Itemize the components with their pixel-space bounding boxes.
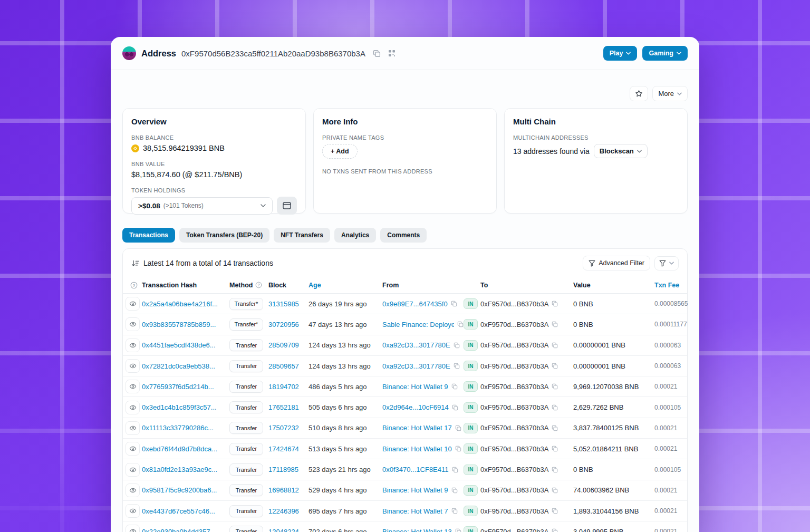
transaction-hash-link[interactable]: 0x7765937f6d5d214b... xyxy=(142,383,214,391)
play-button[interactable]: Play xyxy=(603,46,638,61)
more-button[interactable]: More xyxy=(652,86,688,101)
view-transaction-button[interactable] xyxy=(126,504,140,518)
transaction-hash-link[interactable]: 0xebd76f44d9d7b8dca... xyxy=(142,445,217,453)
transaction-hash-link[interactable]: 0x81a0fd2e13a93ae9c... xyxy=(142,466,217,473)
from-address-link[interactable]: Binance: Hot Wallet 10 xyxy=(382,445,452,453)
block-link[interactable]: 17652181 xyxy=(268,403,299,411)
cell-from: Binance: Hot Wallet 17 xyxy=(382,424,464,432)
tab[interactable]: Token Transfers (BEP-20) xyxy=(179,228,269,243)
view-transaction-button[interactable] xyxy=(126,401,140,414)
transaction-hash-link[interactable]: 0x22e930ba0b4dd357... xyxy=(142,528,216,532)
copy-icon[interactable] xyxy=(552,487,558,494)
transaction-hash-link[interactable]: 0x93b835578785b859... xyxy=(142,321,216,328)
view-transaction-button[interactable] xyxy=(126,525,140,532)
add-name-tag-button[interactable]: + Add xyxy=(322,144,358,159)
favorite-star-button[interactable] xyxy=(630,86,648,101)
gaming-button[interactable]: Gaming xyxy=(642,46,688,61)
from-address-link[interactable]: 0x0f3470...1CF8E411 xyxy=(382,466,449,473)
copy-icon[interactable] xyxy=(455,528,461,532)
copy-icon[interactable] xyxy=(552,363,558,369)
from-address-link[interactable]: Binance: Hot Wallet 13 xyxy=(382,528,452,532)
from-address-link[interactable]: Binance: Hot Wallet 7 xyxy=(382,507,448,515)
transaction-hash-link[interactable]: 0xe4437d67ce557c46... xyxy=(142,507,215,515)
transaction-hash-link[interactable]: 0x11113c337790286c... xyxy=(142,424,214,432)
copy-icon[interactable] xyxy=(451,301,457,307)
view-transaction-button[interactable] xyxy=(126,359,140,373)
transaction-hash-link[interactable]: 0x4451fae5cdf438de6... xyxy=(142,341,216,349)
copy-icon[interactable] xyxy=(552,425,558,431)
copy-icon[interactable] xyxy=(451,383,458,390)
from-address-link[interactable]: 0xa92cD3...3017780E xyxy=(382,341,450,349)
transaction-hash-link[interactable]: 0x72821dc0ca9eb538... xyxy=(142,362,215,370)
cell-block: 17424674 xyxy=(268,445,308,453)
view-transaction-button[interactable] xyxy=(126,483,140,497)
advanced-filter-button[interactable]: Advanced Filter xyxy=(583,256,650,270)
view-transaction-button[interactable] xyxy=(126,317,140,331)
question-circle-icon[interactable]: ? xyxy=(130,282,138,289)
block-link[interactable]: 18194702 xyxy=(268,383,299,391)
view-transaction-button[interactable] xyxy=(126,380,140,393)
copy-icon[interactable] xyxy=(455,446,461,452)
view-transaction-button[interactable] xyxy=(126,463,140,477)
copy-icon[interactable] xyxy=(552,301,558,307)
block-link[interactable]: 12246396 xyxy=(268,507,299,515)
block-link[interactable]: 16968812 xyxy=(268,486,299,494)
cell-age: 26 days 19 hrs ago xyxy=(308,300,382,308)
copy-icon[interactable] xyxy=(451,508,458,514)
wallet-button[interactable] xyxy=(277,197,297,215)
from-address-link[interactable]: Binance: Hot Wallet 9 xyxy=(382,486,448,494)
filter-dropdown-button[interactable] xyxy=(654,256,679,270)
transaction-hash-link[interactable]: 0x95817f5c9c9200ba6... xyxy=(142,486,217,494)
block-link[interactable]: 31315985 xyxy=(268,300,299,308)
copy-icon[interactable] xyxy=(454,363,460,369)
copy-icon[interactable] xyxy=(451,487,458,494)
tab[interactable]: NFT Transfers xyxy=(274,228,330,243)
copy-icon[interactable] xyxy=(552,446,558,452)
view-transaction-button[interactable] xyxy=(126,421,140,435)
copy-icon[interactable] xyxy=(552,404,558,411)
header-age-sort[interactable]: Age xyxy=(308,282,382,289)
copy-icon[interactable] xyxy=(552,342,558,349)
view-transaction-button[interactable] xyxy=(126,442,140,456)
token-holdings-select[interactable]: >$0.08 (>101 Tokens) xyxy=(131,197,273,215)
qr-code-icon[interactable] xyxy=(388,50,396,57)
copy-icon[interactable] xyxy=(552,467,558,473)
block-link[interactable]: 12048224 xyxy=(268,528,299,532)
copy-icon[interactable] xyxy=(552,383,558,390)
copy-icon[interactable] xyxy=(552,528,558,532)
block-link[interactable]: 17507232 xyxy=(268,424,299,432)
from-address-link[interactable]: Binance: Hot Wallet 17 xyxy=(382,424,452,432)
view-transaction-button[interactable] xyxy=(126,338,140,352)
tab[interactable]: Analytics xyxy=(334,228,376,243)
copy-icon[interactable] xyxy=(552,321,558,327)
copy-icon[interactable] xyxy=(457,321,464,327)
from-address-link[interactable]: Binance: Hot Wallet 9 xyxy=(382,383,448,391)
transaction-hash-link[interactable]: 0x3ed1c4b1c859f3c57... xyxy=(142,403,217,411)
from-address-link[interactable]: 0x9e89E7...647435f0 xyxy=(382,300,448,308)
copy-icon[interactable] xyxy=(552,508,558,514)
cell-block: 31315985 xyxy=(268,300,308,308)
from-address-link[interactable]: 0x2d964e...10cF6914 xyxy=(382,403,449,411)
block-link[interactable]: 17118985 xyxy=(268,466,298,473)
copy-icon[interactable] xyxy=(452,467,458,473)
block-link[interactable]: 28509657 xyxy=(268,362,299,370)
cell-direction: IN xyxy=(464,526,480,532)
block-link[interactable]: 28509709 xyxy=(268,341,299,349)
question-circle-icon[interactable]: ? xyxy=(255,282,262,288)
cell-from: 0xa92cD3...3017780E xyxy=(382,362,464,370)
block-link[interactable]: 17424674 xyxy=(268,445,299,453)
from-address-link[interactable]: 0xa92cD3...3017780E xyxy=(382,362,450,370)
blockscan-provider-button[interactable]: Blockscan xyxy=(594,144,648,158)
view-transaction-button[interactable] xyxy=(126,297,140,311)
transaction-hash-link[interactable]: 0x2a5a4a06bae4a216f... xyxy=(142,300,218,308)
tab[interactable]: Transactions xyxy=(122,228,175,243)
copy-address-icon[interactable] xyxy=(373,50,381,57)
copy-icon[interactable] xyxy=(452,404,458,411)
tab[interactable]: Comments xyxy=(380,228,427,243)
copy-icon[interactable] xyxy=(454,342,460,349)
cell-age: 124 days 13 hrs ago xyxy=(308,362,382,370)
copy-icon[interactable] xyxy=(455,425,461,431)
block-link[interactable]: 30720956 xyxy=(268,321,299,328)
from-address-link[interactable]: Sable Finance: Deployer xyxy=(382,321,454,328)
header-txn-fee[interactable]: Txn Fee xyxy=(654,282,688,289)
